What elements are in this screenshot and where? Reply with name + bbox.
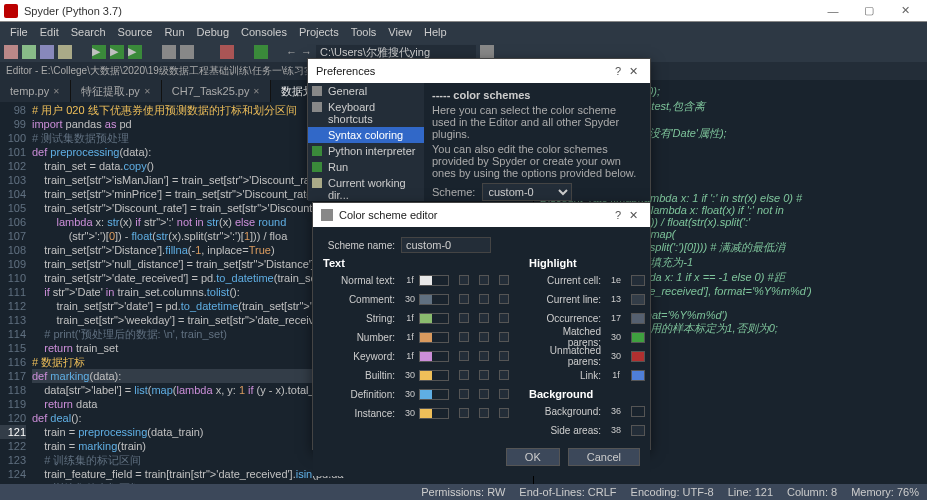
color-swatch[interactable] (631, 275, 645, 286)
editor-tab[interactable]: CH7_Task25.py✕ (162, 80, 272, 102)
preferences-close-button[interactable]: ✕ (625, 65, 642, 78)
color-swatch[interactable] (419, 351, 449, 362)
background-heading: Background (529, 388, 645, 400)
save-icon[interactable] (40, 45, 54, 59)
spyder-icon (4, 4, 18, 18)
step-icon[interactable] (180, 45, 194, 59)
style-checkbox[interactable] (459, 275, 469, 285)
scheme-help-button[interactable]: ? (611, 209, 625, 221)
tab-close-icon[interactable]: ✕ (144, 87, 151, 96)
editor-tab[interactable]: temp.py✕ (0, 80, 71, 102)
color-swatch[interactable] (631, 370, 645, 381)
style-checkbox[interactable] (499, 389, 509, 399)
style-checkbox[interactable] (479, 294, 489, 304)
pref-nav-item[interactable]: Syntax coloring (308, 127, 424, 143)
run-cell-icon[interactable]: ▶ (110, 45, 124, 59)
color-swatch[interactable] (419, 408, 449, 419)
menu-view[interactable]: View (382, 26, 418, 38)
color-swatch[interactable] (631, 332, 645, 343)
style-checkbox[interactable] (479, 408, 489, 418)
pref-nav-item[interactable]: Current working dir... (308, 175, 424, 201)
style-checkbox[interactable] (459, 294, 469, 304)
preferences-title: Preferences (316, 65, 375, 77)
style-checkbox[interactable] (479, 370, 489, 380)
prop-value: 30 (401, 294, 419, 304)
style-checkbox[interactable] (479, 351, 489, 361)
color-swatch[interactable] (631, 313, 645, 324)
menu-source[interactable]: Source (112, 26, 159, 38)
python-icon[interactable] (254, 45, 268, 59)
style-checkbox[interactable] (499, 370, 509, 380)
menu-file[interactable]: File (4, 26, 34, 38)
save-all-icon[interactable] (58, 45, 72, 59)
nav-fwd-icon[interactable]: → (301, 46, 312, 58)
pref-nav-item[interactable]: Run (308, 159, 424, 175)
color-swatch[interactable] (631, 294, 645, 305)
tab-close-icon[interactable]: ✕ (253, 87, 260, 96)
minimize-button[interactable]: — (815, 5, 851, 17)
style-checkbox[interactable] (459, 370, 469, 380)
prop-label: Builtin: (323, 370, 401, 381)
menu-help[interactable]: Help (418, 26, 453, 38)
stop-icon[interactable] (220, 45, 234, 59)
style-checkbox[interactable] (499, 275, 509, 285)
color-swatch[interactable] (631, 406, 645, 417)
menu-run[interactable]: Run (158, 26, 190, 38)
ok-button[interactable]: OK (506, 448, 560, 466)
color-swatch[interactable] (419, 294, 449, 305)
color-prop-row: Builtin:30 (323, 368, 509, 382)
pref-nav-item[interactable]: Python interpreter (308, 143, 424, 159)
color-swatch[interactable] (631, 425, 645, 436)
menu-tools[interactable]: Tools (345, 26, 383, 38)
style-checkbox[interactable] (499, 313, 509, 323)
style-checkbox[interactable] (459, 313, 469, 323)
scheme-select[interactable]: custom-0 (482, 183, 572, 201)
color-swatch[interactable] (419, 332, 449, 343)
style-checkbox[interactable] (459, 408, 469, 418)
color-prop-row: Current cell:1e (529, 273, 645, 287)
run-selection-icon[interactable]: ▶ (128, 45, 142, 59)
preferences-nav[interactable]: GeneralKeyboard shortcutsSyntax coloring… (308, 83, 424, 201)
tab-close-icon[interactable]: ✕ (53, 87, 60, 96)
color-swatch[interactable] (419, 370, 449, 381)
folder-icon[interactable] (480, 45, 494, 59)
color-swatch[interactable] (419, 389, 449, 400)
prop-label: Definition: (323, 389, 401, 400)
color-swatch[interactable] (419, 313, 449, 324)
path-input[interactable] (316, 45, 476, 59)
style-checkbox[interactable] (459, 332, 469, 342)
style-checkbox[interactable] (499, 332, 509, 342)
preferences-help-button[interactable]: ? (611, 65, 625, 77)
cancel-button[interactable]: Cancel (568, 448, 640, 466)
style-checkbox[interactable] (499, 294, 509, 304)
menu-debug[interactable]: Debug (191, 26, 235, 38)
prop-label: Keyword: (323, 351, 401, 362)
color-swatch[interactable] (419, 275, 449, 286)
pref-nav-item[interactable]: General (308, 83, 424, 99)
style-checkbox[interactable] (499, 408, 509, 418)
open-file-icon[interactable] (22, 45, 36, 59)
nav-back-icon[interactable]: ← (286, 46, 297, 58)
menu-projects[interactable]: Projects (293, 26, 345, 38)
style-checkbox[interactable] (479, 389, 489, 399)
close-button[interactable]: ✕ (887, 4, 923, 17)
style-checkbox[interactable] (459, 389, 469, 399)
menu-edit[interactable]: Edit (34, 26, 65, 38)
color-swatch[interactable] (631, 351, 645, 362)
style-checkbox[interactable] (459, 351, 469, 361)
new-file-icon[interactable] (4, 45, 18, 59)
style-checkbox[interactable] (479, 275, 489, 285)
style-checkbox[interactable] (479, 332, 489, 342)
pref-nav-item[interactable]: Keyboard shortcuts (308, 99, 424, 127)
menu-search[interactable]: Search (65, 26, 112, 38)
prop-value: 38 (607, 425, 625, 435)
scheme-name-input[interactable] (401, 237, 491, 253)
maximize-button[interactable]: ▢ (851, 4, 887, 17)
run-icon[interactable]: ▶ (92, 45, 106, 59)
style-checkbox[interactable] (499, 351, 509, 361)
editor-tab[interactable]: 特征提取.py✕ (71, 80, 162, 102)
style-checkbox[interactable] (479, 313, 489, 323)
debug-icon[interactable] (162, 45, 176, 59)
scheme-close-button[interactable]: ✕ (625, 209, 642, 222)
menu-consoles[interactable]: Consoles (235, 26, 293, 38)
